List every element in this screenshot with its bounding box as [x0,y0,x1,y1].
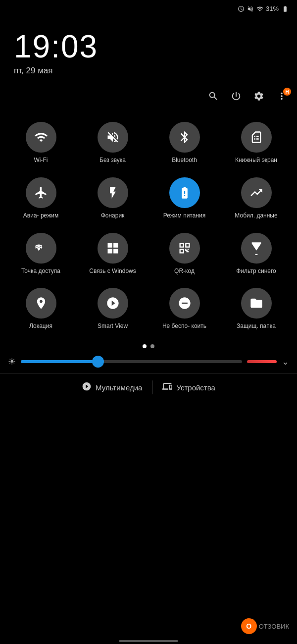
tile-label-hotspot: Точка доступа [21,268,60,275]
tile-label-book: Книжный экран [235,157,277,164]
tile-label-battery-mode: Режим питания [163,212,205,220]
clock-time: 19:03 [14,29,283,64]
brightness-slider[interactable] [21,360,242,363]
tile-dnd[interactable]: Не беспо- коить [148,280,220,335]
battery-percent: 31% [266,5,279,12]
tile-label-dnd: Не беспо- коить [162,322,206,330]
brightness-low-icon: ☀ [8,356,16,367]
watermark: О ОТЗОВИК [241,618,289,634]
tile-icon-flashlight [98,177,128,208]
brightness-row: ☀ ⌄ [0,352,297,371]
status-bar: 31% [0,0,297,14]
tile-securefolder[interactable]: Защищ. папка [220,280,292,335]
tile-icon-battery-mode [169,177,200,208]
brightness-fill [21,360,98,363]
clock-area: 19:03 пт, 29 мая [0,14,297,86]
tile-icon-hotspot [26,233,56,264]
tile-windows[interactable]: Связь с Windows [77,225,148,280]
tile-airplane[interactable]: Авиа- режим [5,169,77,225]
tile-label-bluefilter: Фильтр синего [236,268,276,275]
tile-icon-dnd [169,288,200,319]
tile-icon-mobile-data [241,177,272,208]
media-play-icon [82,381,92,394]
tile-label-smartview: Smart View [98,322,128,330]
tile-icon-smartview [98,288,128,319]
quick-tiles-grid: Wi-FiБез звукаBluetoothКнижный экранАвиа… [0,109,297,340]
tile-icon-location [26,288,56,319]
media-button[interactable]: Мультимедиа [72,378,152,397]
tile-label-windows: Связь с Windows [89,268,136,275]
mute-icon [247,5,254,12]
tile-label-bluetooth: Bluetooth [172,157,197,164]
devices-icon [162,381,172,394]
more-icon[interactable] [276,91,287,104]
tile-label-securefolder: Защищ. папка [237,322,276,330]
alarm-icon [238,5,245,12]
page-dots [0,340,297,352]
nav-bar [119,640,178,642]
clock-date: пт, 29 мая [14,66,283,76]
devices-label: Устройства [176,383,215,392]
tile-icon-book [241,122,272,153]
brightness-expand-icon[interactable]: ⌄ [282,356,289,367]
tile-icon-bluetooth [169,122,200,153]
tile-label-mobile-data: Мобил. данные [235,212,277,220]
tile-label-flashlight: Фонарик [101,212,125,220]
tile-label-wifi: Wi-Fi [34,157,48,164]
status-icons: 31% [238,5,289,12]
tile-label-location: Локация [29,322,52,330]
tile-book[interactable]: Книжный экран [220,114,292,169]
tile-icon-windows [98,233,128,264]
tile-smartview[interactable]: Smart View [77,280,148,335]
tile-hotspot[interactable]: Точка доступа [5,225,77,280]
tile-bluetooth[interactable]: Bluetooth [148,114,220,169]
tile-label-airplane: Авиа- режим [23,212,58,220]
tile-icon-securefolder [241,288,272,319]
tile-icon-wifi [26,122,56,153]
brightness-thumb [92,356,104,368]
tile-icon-qr [169,233,200,264]
brightness-right-bar [247,360,277,363]
devices-button[interactable]: Устройства [152,378,225,397]
tile-mobile-data[interactable]: Мобил. данные [220,169,292,225]
power-icon[interactable] [231,91,242,104]
quick-settings-header [0,86,297,109]
bottom-bar: Мультимедиа Устройства [0,373,297,402]
search-icon[interactable] [208,91,219,104]
tile-label-qr: QR-код [174,268,195,275]
media-label: Мультимедиа [96,383,142,392]
tile-flashlight[interactable]: Фонарик [77,169,148,225]
tile-location[interactable]: Локация [5,280,77,335]
signal-icon [256,5,263,12]
tile-wifi[interactable]: Wi-Fi [5,114,77,169]
tile-icon-silent [98,122,128,153]
tile-icon-airplane [26,177,56,208]
battery-icon [281,5,289,12]
watermark-text: ОТЗОВИК [259,623,289,630]
watermark-logo: О [241,618,257,634]
tile-bluefilter[interactable]: Фильтр синего [220,225,292,280]
tile-qr[interactable]: QR-код [148,225,220,280]
settings-icon[interactable] [253,91,264,104]
tile-icon-bluefilter [241,233,272,264]
tile-battery-mode[interactable]: Режим питания [148,169,220,225]
tile-label-silent: Без звука [99,157,126,164]
page-dot-1 [143,344,147,348]
tile-silent[interactable]: Без звука [77,114,148,169]
page-dot-2 [150,344,154,348]
